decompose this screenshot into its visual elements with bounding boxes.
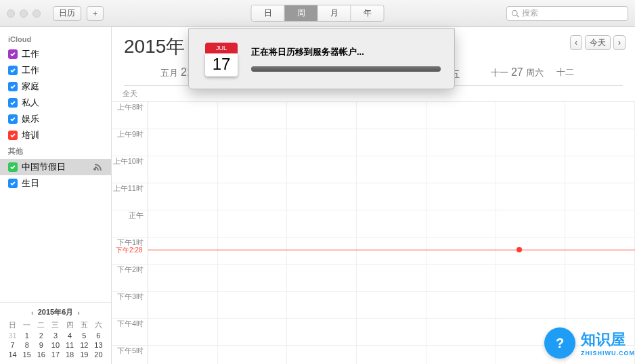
today-button[interactable]: 今天 (585, 35, 611, 50)
hour-cell[interactable] (357, 346, 426, 364)
hour-cell[interactable] (426, 156, 496, 183)
hour-cell[interactable] (148, 346, 218, 364)
hour-cell[interactable] (148, 237, 218, 264)
mini-day[interactable]: 4 (63, 332, 77, 340)
view-week[interactable]: 周 (285, 5, 318, 21)
hour-cell[interactable] (357, 102, 426, 129)
hour-cell[interactable] (426, 102, 496, 129)
hour-cell[interactable] (218, 319, 288, 345)
day-header[interactable]: 十二 (556, 66, 623, 81)
mini-day[interactable]: 8 (20, 341, 34, 349)
hour-cell[interactable] (148, 183, 218, 210)
mini-day[interactable]: 20 (91, 350, 106, 359)
calendar-checkbox[interactable] (8, 179, 18, 188)
close-dot[interactable] (7, 9, 15, 18)
hour-cell[interactable] (426, 210, 496, 237)
hour-cell[interactable] (148, 129, 218, 156)
hour-cell[interactable] (565, 237, 635, 264)
mini-day[interactable]: 17 (48, 350, 62, 359)
hour-cell[interactable] (565, 102, 635, 129)
hour-cell[interactable] (426, 183, 496, 210)
hour-cell[interactable] (426, 265, 496, 291)
hour-cell[interactable] (357, 156, 426, 183)
hour-cell[interactable] (218, 346, 288, 364)
hour-cell[interactable] (357, 292, 426, 318)
hour-cell[interactable] (148, 265, 218, 291)
hour-cell[interactable] (426, 346, 496, 364)
hour-cell[interactable] (357, 265, 426, 291)
hour-grid[interactable]: 上午8时上午9时上午10时上午11时正午下午1时下午2时下午3时下午4时下午5时… (112, 102, 635, 364)
calendar-item[interactable]: 中国节假日 (0, 159, 111, 175)
hour-cell[interactable] (287, 265, 357, 291)
calendar-item[interactable]: 生日 (0, 175, 111, 191)
mini-day[interactable]: 1 (20, 332, 34, 340)
mini-day[interactable]: 10 (48, 341, 62, 349)
hour-cell[interactable] (357, 319, 426, 345)
hour-cell[interactable] (148, 210, 218, 237)
mini-day[interactable]: 5 (77, 332, 91, 340)
hour-cell[interactable] (218, 292, 288, 318)
hour-cell[interactable] (218, 129, 288, 156)
prev-week-button[interactable]: ‹ (570, 35, 582, 50)
view-day[interactable]: 日 (252, 5, 285, 21)
calendar-item[interactable]: 工作 (0, 62, 111, 78)
hour-cell[interactable] (565, 292, 635, 318)
calendar-checkbox[interactable] (8, 66, 18, 75)
hour-cell[interactable] (426, 129, 496, 156)
calendar-item[interactable]: 工作 (0, 46, 111, 62)
hour-cell[interactable] (565, 265, 635, 291)
calendar-checkbox[interactable] (8, 82, 18, 91)
day-header[interactable]: 十一27周六 (491, 66, 557, 81)
calendar-checkbox[interactable] (8, 98, 18, 108)
hour-cell[interactable] (218, 265, 288, 291)
hour-cell[interactable] (218, 183, 288, 210)
hour-cell[interactable] (287, 129, 357, 156)
hour-cell[interactable] (218, 156, 288, 183)
search-input[interactable]: 搜索 (506, 6, 628, 21)
mini-day[interactable]: 13 (91, 341, 106, 349)
hour-cell[interactable] (287, 319, 357, 345)
mini-day[interactable]: 9 (34, 341, 48, 349)
hour-cell[interactable] (287, 183, 357, 210)
hour-cell[interactable] (357, 210, 426, 237)
hour-cell[interactable] (287, 237, 357, 264)
hour-cell[interactable] (287, 102, 357, 129)
hour-cell[interactable] (496, 129, 566, 156)
mini-day[interactable]: 15 (20, 350, 34, 359)
hour-cell[interactable] (565, 183, 635, 210)
mini-day[interactable]: 7 (5, 341, 20, 349)
hour-cell[interactable] (357, 237, 426, 264)
hour-cell[interactable] (426, 319, 496, 345)
calendar-checkbox[interactable] (8, 49, 18, 59)
mini-day[interactable]: 2 (34, 332, 48, 340)
hour-cell[interactable] (148, 102, 218, 129)
hour-cell[interactable] (357, 129, 426, 156)
hour-cell[interactable] (218, 237, 288, 264)
hour-cell[interactable] (148, 292, 218, 318)
hour-cell[interactable] (496, 183, 566, 210)
calendar-item[interactable]: 娱乐 (0, 111, 111, 127)
calendar-item[interactable]: 培训 (0, 127, 111, 143)
hour-cell[interactable] (496, 292, 566, 318)
hour-cell[interactable] (496, 102, 566, 129)
hour-cell[interactable] (496, 237, 566, 264)
hour-cell[interactable] (565, 129, 635, 156)
mini-next[interactable]: › (77, 309, 80, 317)
view-year[interactable]: 年 (351, 5, 384, 21)
mini-prev[interactable]: ‹ (31, 309, 34, 317)
mini-day[interactable]: 19 (77, 350, 91, 359)
view-month[interactable]: 月 (318, 5, 351, 21)
min-dot[interactable] (20, 9, 28, 18)
calendar-item[interactable]: 家庭 (0, 78, 111, 95)
hour-cell[interactable] (287, 292, 357, 318)
hour-cell[interactable] (357, 183, 426, 210)
calendar-item[interactable]: 私人 (0, 95, 111, 111)
hour-cell[interactable] (496, 265, 566, 291)
hour-cell[interactable] (287, 156, 357, 183)
mini-day[interactable]: 18 (63, 350, 77, 359)
next-week-button[interactable]: › (613, 35, 626, 50)
hour-cell[interactable] (496, 156, 566, 183)
hour-cell[interactable] (218, 210, 288, 237)
mini-day[interactable]: 14 (5, 350, 20, 359)
hour-cell[interactable] (496, 210, 566, 237)
